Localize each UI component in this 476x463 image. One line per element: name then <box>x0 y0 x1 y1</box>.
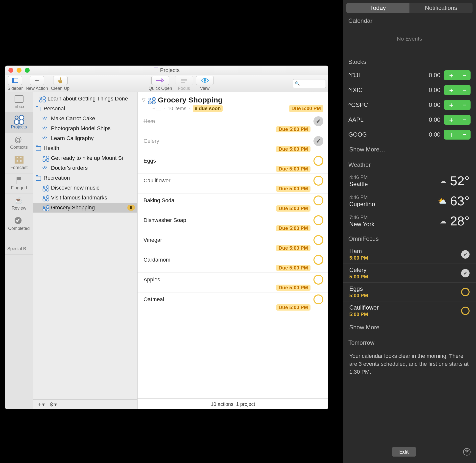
task-checkbox[interactable] <box>313 136 323 146</box>
stock-row[interactable]: ^DJI 0.00 ＋− <box>343 68 476 83</box>
folder-row[interactable]: Health <box>33 143 137 153</box>
omnifocus-row[interactable]: Celery5:00 PM <box>343 264 476 282</box>
task-row[interactable]: Eggs Due 5:00 PM <box>138 154 328 173</box>
stock-change-toggle[interactable]: ＋− <box>444 100 471 110</box>
task-checkbox[interactable] <box>313 116 323 126</box>
project-row[interactable]: Learn Calligraphy <box>33 133 137 143</box>
edit-button[interactable]: Edit <box>392 447 416 457</box>
project-row[interactable]: Grocery Shopping9 <box>33 203 137 213</box>
omnifocus-row[interactable]: Ham5:00 PM <box>343 245 476 264</box>
task-checkbox[interactable] <box>313 215 323 225</box>
of-task-checkbox[interactable] <box>461 288 470 296</box>
rail-item-contexts[interactable]: Contexts <box>5 133 33 153</box>
rail-item-inbox[interactable]: Inbox <box>5 92 33 113</box>
nc-tabs: Today Notifications <box>343 0 476 13</box>
project-row[interactable]: Doctor's orders <box>33 163 137 173</box>
focus-button[interactable] <box>175 76 193 85</box>
task-row[interactable]: Oatmeal Due 5:00 PM <box>138 292 328 312</box>
of-task-time: 5:00 PM <box>349 274 368 280</box>
stock-change-toggle[interactable]: ＋− <box>444 130 471 140</box>
task-checkbox[interactable] <box>313 176 323 186</box>
tab-today[interactable]: Today <box>346 3 409 13</box>
folder-row[interactable]: Personal <box>33 104 137 114</box>
stock-change-toggle[interactable]: ＋− <box>444 70 471 80</box>
perspective-rail: InboxProjectsContextsForecastFlaggedRevi… <box>5 92 33 409</box>
omnifocus-row[interactable]: Cauliflower5:00 PM <box>343 301 476 320</box>
task-checkbox[interactable] <box>313 275 323 285</box>
add-note-icon[interactable]: ＋▦ <box>151 105 161 112</box>
project-row[interactable]: Get ready to hike up Mount Si <box>33 153 137 163</box>
task-row[interactable]: Celery Due 5:00 PM <box>138 134 328 154</box>
rail-label: Contexts <box>10 145 28 150</box>
stock-row[interactable]: ^GSPC 0.00 ＋− <box>343 97 476 112</box>
of-task-checkbox[interactable] <box>461 250 470 259</box>
new-action-button[interactable]: ＋ <box>30 76 44 85</box>
view-button[interactable] <box>196 76 214 85</box>
review-icon <box>15 197 24 204</box>
sequential-project-icon <box>43 155 48 161</box>
task-due: Due 5:00 PM <box>276 186 310 192</box>
stock-value: 0.00 <box>429 87 440 94</box>
project-row[interactable]: Photograph Model Ships <box>33 123 137 133</box>
sidebar-button[interactable] <box>8 76 22 85</box>
stock-row[interactable]: ^IXIC 0.00 ＋− <box>343 83 476 97</box>
task-row[interactable]: Baking Soda Due 5:00 PM <box>138 193 328 213</box>
rail-item-projects[interactable]: Projects <box>5 113 33 133</box>
rail-item-forecast[interactable]: Forecast <box>5 153 33 173</box>
stocks-show-more[interactable]: Show More… <box>343 142 476 157</box>
stock-change-toggle[interactable]: ＋− <box>444 115 471 125</box>
quick-open-button[interactable] <box>151 76 169 85</box>
task-checkbox[interactable] <box>313 255 323 265</box>
task-row[interactable]: Ham Due 5:00 PM <box>138 114 328 134</box>
of-task-checkbox[interactable] <box>461 269 470 277</box>
of-task-title: Cauliflower <box>349 304 379 311</box>
task-row[interactable]: Dishwasher Soap Due 5:00 PM <box>138 213 328 233</box>
rail-item-review[interactable]: Review <box>5 194 33 214</box>
rail-label: Special B… <box>7 246 30 251</box>
weather-row[interactable]: 7:46 PMNew York ☁ 28° <box>343 211 476 231</box>
tree-label: Health <box>44 145 59 151</box>
tab-notifications[interactable]: Notifications <box>409 3 473 13</box>
rail-item-specialb[interactable]: Special B… <box>5 234 33 255</box>
projects-icon <box>15 116 24 123</box>
task-checkbox[interactable] <box>313 156 323 166</box>
tree-label: Learn Calligraphy <box>51 135 94 142</box>
omnifocus-show-more[interactable]: Show More… <box>343 320 476 335</box>
inbox-icon <box>15 95 24 103</box>
stock-row[interactable]: AAPL 0.00 ＋− <box>343 112 476 127</box>
project-row[interactable]: Learn about Getting Things Done <box>33 94 137 104</box>
disclosure-icon[interactable]: ▽ <box>142 97 145 103</box>
of-task-checkbox[interactable] <box>461 307 470 315</box>
project-row[interactable]: Make Carrot Cake <box>33 114 137 123</box>
folder-row[interactable]: Recreation <box>33 173 137 183</box>
weather-temp: 52° <box>450 173 470 188</box>
gear-menu-button[interactable]: ⚙▾ <box>49 401 57 408</box>
omnifocus-row[interactable]: Eggs5:00 PM <box>343 282 476 301</box>
minimize-button[interactable] <box>17 68 22 73</box>
rail-item-completed[interactable]: Completed <box>5 214 33 234</box>
search-input[interactable]: 🔍 <box>293 79 326 88</box>
task-checkbox[interactable] <box>313 235 323 245</box>
task-title: Baking Soda <box>143 197 174 204</box>
sequential-project-icon <box>43 195 48 200</box>
close-button[interactable] <box>8 68 13 73</box>
stock-row[interactable]: GOOG 0.00 ＋− <box>343 127 476 142</box>
task-row[interactable]: Apples Due 5:00 PM <box>138 272 328 292</box>
stock-change-toggle[interactable]: ＋− <box>444 85 471 95</box>
project-row[interactable]: Discover new music <box>33 183 137 193</box>
project-sidebar: Learn about Getting Things DonePersonalM… <box>33 92 138 409</box>
task-row[interactable]: Cauliflower Due 5:00 PM <box>138 173 328 193</box>
task-checkbox[interactable] <box>313 294 323 304</box>
weather-row[interactable]: 4:46 PMSeattle ☁ 52° <box>343 171 476 191</box>
gear-icon[interactable] <box>463 448 471 456</box>
rail-item-flagged[interactable]: Flagged <box>5 173 33 194</box>
task-row[interactable]: Cardamom Due 5:00 PM <box>138 253 328 272</box>
weather-row[interactable]: 4:46 PMCupertino ⛅ 63° <box>343 191 476 211</box>
toolbar: Sidebar ＋ New Action Clean Up Quick Open… <box>5 75 328 92</box>
clean-up-button[interactable] <box>53 76 68 85</box>
add-menu-button[interactable]: ＋▾ <box>37 401 45 408</box>
project-row[interactable]: Visit famous landmarks <box>33 193 137 203</box>
task-checkbox[interactable] <box>313 195 323 205</box>
maximize-button[interactable] <box>25 68 30 73</box>
task-row[interactable]: Vinegar Due 5:00 PM <box>138 233 328 253</box>
